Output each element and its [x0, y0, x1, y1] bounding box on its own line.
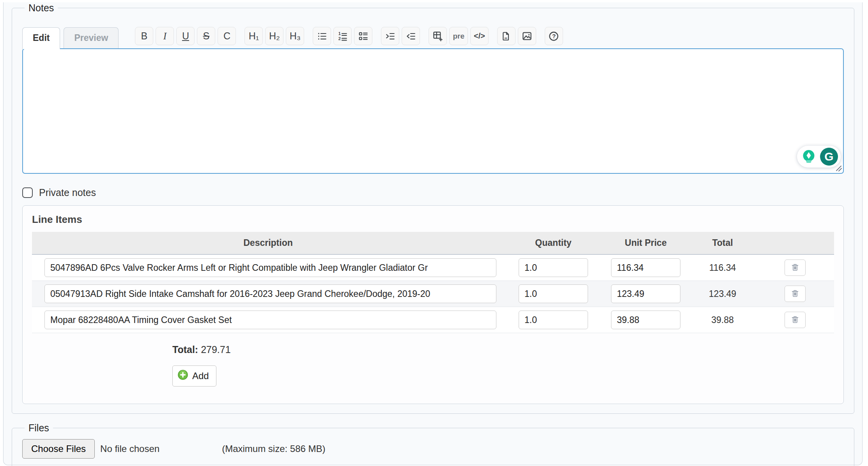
line-items-title: Line Items	[32, 214, 834, 226]
tab-edit[interactable]: Edit	[22, 27, 60, 49]
row-total: 116.34	[689, 254, 756, 281]
add-icon	[177, 369, 188, 383]
strikethrough-button[interactable]: S	[197, 27, 215, 45]
heading1-button[interactable]: H₁	[244, 27, 263, 45]
row-total: 39.88	[689, 307, 756, 333]
task-list-icon	[358, 31, 368, 41]
delete-row-button[interactable]	[785, 286, 806, 302]
private-notes-checkbox[interactable]	[22, 187, 33, 198]
quantity-input[interactable]	[519, 258, 588, 277]
unordered-list-button[interactable]	[313, 27, 331, 45]
unit-price-input[interactable]	[611, 311, 680, 329]
tab-preview[interactable]: Preview	[64, 27, 119, 48]
file-upload-row: Choose Files No file chosen (Maximum siz…	[22, 439, 844, 459]
resize-handle[interactable]	[834, 164, 842, 173]
bold-button[interactable]: B	[135, 27, 153, 45]
add-button-label: Add	[192, 371, 209, 381]
insert-image-button[interactable]	[518, 27, 536, 45]
heading2-icon: H₂	[269, 30, 280, 42]
underline-button[interactable]: U	[176, 27, 195, 45]
inline-code-icon: C	[223, 30, 230, 42]
unit-price-input[interactable]	[611, 258, 680, 277]
help-icon: ?	[548, 31, 559, 42]
attach-file-button[interactable]: ∞	[497, 27, 515, 45]
unit-price-input[interactable]	[611, 284, 680, 303]
column-header-actions	[756, 232, 834, 254]
private-notes-label[interactable]: Private notes	[39, 187, 96, 198]
outdent-icon	[406, 31, 416, 41]
unordered-list-icon	[317, 31, 327, 41]
choose-files-button[interactable]: Choose Files	[22, 439, 95, 459]
ordered-list-button[interactable]: 12	[333, 27, 352, 45]
page-container: Notes Edit Preview B I U S C H₁ H₂ H₃ 12	[3, 2, 863, 465]
inline-code-button[interactable]: C	[218, 27, 236, 45]
svg-text:∞: ∞	[505, 36, 507, 40]
max-size-text: (Maximum size: 586 MB)	[222, 443, 325, 454]
row-total: 123.49	[689, 281, 756, 307]
insert-image-icon	[522, 31, 532, 41]
notes-legend: Notes	[25, 2, 58, 14]
editor-tabbar: Edit Preview B I U S C H₁ H₂ H₃ 12	[22, 27, 844, 48]
italic-button[interactable]: I	[156, 27, 174, 45]
table-row: 39.88	[32, 307, 834, 333]
table-header-row: Description Quantity Unit Price Total	[32, 232, 834, 254]
underline-icon: U	[182, 30, 189, 42]
italic-icon: I	[163, 31, 167, 42]
files-legend: Files	[25, 422, 53, 434]
add-line-item-button[interactable]: Add	[172, 365, 216, 387]
grammarly-suggestions-icon[interactable]	[800, 148, 818, 166]
notes-fieldset: Notes Edit Preview B I U S C H₁ H₂ H₃ 12	[12, 2, 854, 414]
preformatted-button[interactable]: pre	[449, 27, 468, 45]
quantity-input[interactable]	[519, 284, 588, 303]
files-fieldset: Files Choose Files No file chosen (Maxim…	[12, 422, 854, 466]
task-list-button[interactable]	[354, 27, 372, 45]
svg-text:1: 1	[338, 31, 341, 36]
svg-text:?: ?	[553, 33, 556, 39]
insert-table-icon	[432, 31, 443, 41]
private-notes-row: Private notes	[22, 187, 844, 198]
description-input[interactable]	[44, 284, 496, 303]
svg-text:2: 2	[338, 36, 341, 41]
notes-textarea[interactable]	[22, 48, 844, 174]
heading3-icon: H₃	[290, 30, 301, 42]
grand-total-label: Total:	[172, 344, 198, 355]
outdent-button[interactable]	[402, 27, 420, 45]
column-header-total: Total	[689, 232, 756, 254]
quantity-input[interactable]	[519, 311, 588, 329]
notes-editor-wrap: G	[22, 48, 844, 175]
trash-icon	[791, 289, 799, 299]
attach-file-icon: ∞	[501, 31, 511, 41]
strikethrough-icon: S	[203, 30, 210, 42]
no-file-chosen-text: No file chosen	[100, 443, 159, 454]
insert-table-button[interactable]	[429, 27, 447, 45]
trash-icon	[791, 315, 799, 325]
preformatted-icon: pre	[453, 32, 464, 41]
heading3-button[interactable]: H₃	[286, 27, 304, 45]
indent-icon	[385, 31, 395, 41]
line-items-table: Description Quantity Unit Price Total 11…	[32, 232, 834, 333]
grammarly-logo-icon[interactable]: G	[820, 148, 838, 166]
grand-total-value: 279.71	[201, 344, 230, 355]
heading2-button[interactable]: H₂	[265, 27, 283, 45]
editor-toolbar: B I U S C H₁ H₂ H₃ 12	[129, 27, 563, 48]
code-block-icon: </>	[474, 32, 485, 41]
line-items-panel: Line Items Description Quantity Unit Pri…	[22, 205, 844, 404]
delete-row-button[interactable]	[785, 312, 806, 328]
grand-total: Total: 279.71	[172, 344, 834, 355]
delete-row-button[interactable]	[785, 259, 806, 276]
heading1-icon: H₁	[249, 30, 259, 42]
table-row: 116.34	[32, 254, 834, 281]
bold-icon: B	[141, 30, 148, 42]
table-row: 123.49	[32, 281, 834, 307]
help-button[interactable]: ?	[545, 27, 563, 45]
code-block-button[interactable]: </>	[470, 27, 489, 45]
description-input[interactable]	[44, 311, 496, 329]
ordered-list-icon: 12	[338, 31, 348, 41]
description-input[interactable]	[44, 258, 496, 277]
column-header-description: Description	[32, 232, 504, 254]
indent-button[interactable]	[381, 27, 399, 45]
column-header-quantity: Quantity	[504, 232, 602, 254]
column-header-unit-price: Unit Price	[602, 232, 689, 254]
trash-icon	[791, 263, 799, 273]
